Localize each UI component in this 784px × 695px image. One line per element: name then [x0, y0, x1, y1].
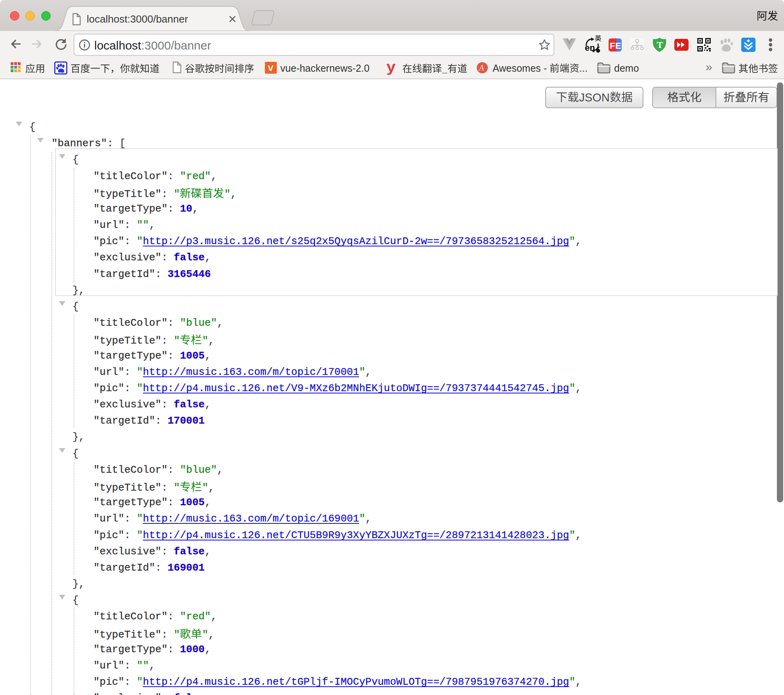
svg-text:E: E [615, 41, 621, 51]
svg-text:A: A [478, 63, 484, 72]
svg-text:V: V [268, 63, 274, 73]
svg-text:T: T [657, 40, 663, 50]
svg-text:F: F [610, 41, 615, 51]
